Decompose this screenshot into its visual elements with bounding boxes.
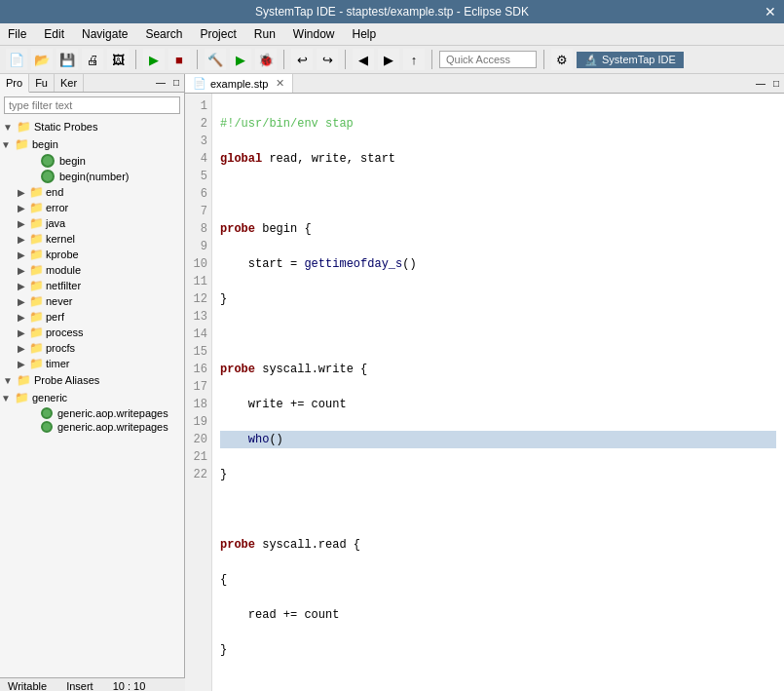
run-button[interactable]: ▶	[143, 49, 165, 70]
tree-item-begin-number[interactable]: begin(number)	[0, 169, 184, 184]
menu-search[interactable]: Search	[141, 25, 186, 43]
status-mode: Writable	[8, 680, 47, 691]
tree-node-procfs[interactable]: ▶ 📁 procfs	[0, 340, 184, 356]
tree-item-generic-aop-1[interactable]: generic.aop.writepages	[0, 406, 184, 420]
code-area[interactable]: 1 2 3 4 5 6 7 8 9 10 11 12 13 14 15 16 1	[185, 94, 784, 691]
line-num-12: 12	[189, 290, 207, 308]
line-num-18: 18	[189, 396, 207, 413]
panel-tab-bar: Pro Fu Ker — □	[0, 74, 184, 93]
run2-button[interactable]: ▶	[230, 49, 251, 70]
menu-window[interactable]: Window	[289, 25, 339, 43]
tree-node-netfilter[interactable]: ▶ 📁 netfilter	[0, 278, 184, 293]
tree-node-kprobe[interactable]: ▶ 📁 kprobe	[0, 247, 184, 262]
up-button[interactable]: ↑	[403, 49, 425, 70]
menu-run[interactable]: Run	[250, 25, 280, 43]
code-line-17	[220, 676, 776, 691]
menu-bar: File Edit Navigate Search Project Run Wi…	[0, 23, 784, 46]
main-content: Pro Fu Ker — □ ▼ 📁 Static Probes ▼ 📁 beg…	[0, 74, 784, 677]
folder-icon: 📁	[29, 232, 44, 246]
build-button[interactable]: 🔨	[205, 49, 226, 70]
module-label: module	[46, 264, 81, 276]
tree-item-begin[interactable]: begin	[0, 153, 184, 169]
folder-icon: 📁	[29, 279, 44, 292]
tree-node-end[interactable]: ▶ 📁 end	[0, 184, 184, 200]
settings-button[interactable]: ⚙	[551, 49, 573, 70]
debug-button[interactable]: 🐞	[255, 49, 277, 70]
code-line-6: }	[220, 290, 776, 308]
line-num-7: 7	[189, 203, 207, 220]
filter-box	[0, 93, 184, 118]
filter-input[interactable]	[4, 96, 180, 114]
separator-6	[543, 50, 544, 69]
tree-node-begin[interactable]: ▼ 📁 begin	[0, 135, 184, 153]
minimize-editor-button[interactable]: —	[753, 77, 768, 90]
systemtap-ide-button[interactable]: 🔬 SystemTap IDE	[577, 52, 684, 68]
next-button[interactable]: ▶	[378, 49, 399, 70]
code-line-11: }	[220, 466, 776, 483]
line-num-10: 10	[189, 255, 207, 273]
code-content[interactable]: #!/usr/bin/env stap global read, write, …	[212, 94, 784, 691]
minimize-panel-button[interactable]: —	[153, 76, 168, 90]
panel-tab-icons: — □	[151, 74, 184, 92]
menu-help[interactable]: Help	[349, 25, 381, 43]
menu-project[interactable]: Project	[196, 25, 240, 43]
code-line-1: #!/usr/bin/env stap	[220, 115, 776, 133]
stop-button[interactable]: ■	[168, 49, 190, 70]
fwd-button[interactable]: ↪	[317, 49, 338, 70]
new-button[interactable]: 📄	[6, 49, 27, 70]
tree-node-module[interactable]: ▶ 📁 module	[0, 262, 184, 278]
code-line-14: {	[220, 571, 776, 589]
tree-section-static-probes[interactable]: ▼ 📁 Static Probes	[0, 118, 184, 135]
folder-icon: 📁	[17, 120, 31, 134]
code-line-10: who()	[220, 431, 776, 448]
tree-node-error[interactable]: ▶ 📁 error	[0, 200, 184, 215]
tree-node-java[interactable]: ▶ 📁 java	[0, 215, 184, 231]
line-num-5: 5	[189, 168, 207, 185]
tree-section-probe-aliases[interactable]: ▼ 📁 Probe Aliases	[0, 371, 184, 389]
line-num-21: 21	[189, 448, 207, 466]
tree-node-never[interactable]: ▶ 📁 never	[0, 293, 184, 309]
menu-edit[interactable]: Edit	[40, 25, 68, 43]
line-numbers: 1 2 3 4 5 6 7 8 9 10 11 12 13 14 15 16 1	[185, 94, 212, 691]
close-button[interactable]: ✕	[765, 4, 776, 19]
close-tab-icon[interactable]: ✕	[276, 77, 284, 90]
tree-item-generic-aop-2[interactable]: generic.aop.writepages	[0, 420, 184, 434]
maximize-editor-button[interactable]: □	[770, 77, 782, 90]
print-button[interactable]: 🖨	[82, 49, 103, 70]
code-line-16: }	[220, 641, 776, 659]
line-num-20: 20	[189, 431, 207, 448]
systemtap-icon: 🔬	[584, 54, 598, 66]
line-num-2: 2	[189, 115, 207, 133]
expand-icon: ▶	[16, 234, 27, 245]
expand-icon: ▼	[2, 375, 14, 386]
probe-aliases-label: Probe Aliases	[34, 374, 99, 386]
open-button[interactable]: 📂	[31, 49, 53, 70]
tree-node-process[interactable]: ▶ 📁 process	[0, 325, 184, 340]
tree-node-timer[interactable]: ▶ 📁 timer	[0, 356, 184, 371]
image-button[interactable]: 🖼	[107, 49, 129, 70]
tree-node-generic[interactable]: ▼ 📁 generic	[0, 389, 184, 406]
tab-ker[interactable]: Ker	[55, 74, 84, 92]
prev-button[interactable]: ◀	[353, 49, 374, 70]
tree-node-perf[interactable]: ▶ 📁 perf	[0, 309, 184, 325]
menu-file[interactable]: File	[4, 25, 30, 43]
expand-icon: ▼	[0, 393, 12, 403]
expand-icon: ▶	[16, 203, 27, 213]
save-button[interactable]: 💾	[56, 49, 78, 70]
maximize-panel-button[interactable]: □	[170, 76, 182, 90]
menu-navigate[interactable]: Navigate	[78, 25, 131, 43]
tab-fu[interactable]: Fu	[29, 74, 55, 92]
quick-access-input[interactable]	[439, 51, 537, 68]
tree-node-kernel[interactable]: ▶ 📁 kernel	[0, 231, 184, 247]
error-label: error	[46, 202, 68, 213]
folder-icon: 📁	[29, 310, 44, 324]
editor-tab-example[interactable]: 📄 example.stp ✕	[185, 74, 293, 93]
probe-icon	[41, 407, 53, 419]
tab-pro[interactable]: Pro	[0, 74, 29, 93]
kprobe-label: kprobe	[46, 249, 79, 260]
code-line-3	[220, 185, 776, 203]
left-panel: Pro Fu Ker — □ ▼ 📁 Static Probes ▼ 📁 beg…	[0, 74, 185, 677]
back-button[interactable]: ↩	[291, 49, 313, 70]
begin-probe-label: begin	[59, 155, 86, 167]
line-num-9: 9	[189, 238, 207, 255]
